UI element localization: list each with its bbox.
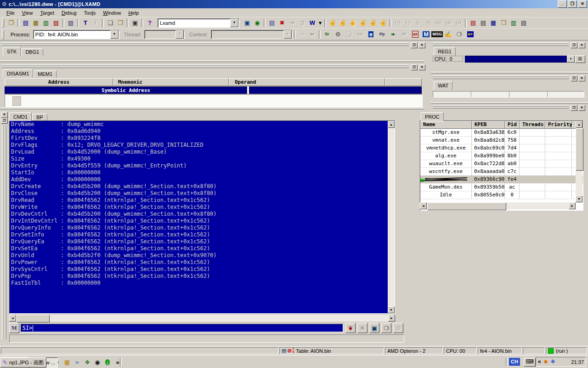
syser-prompt-icon[interactable]: s> (465, 30, 475, 39)
disasm-column-header[interactable]: Address (5, 78, 113, 86)
close-panel-button[interactable]: ✕ (418, 42, 425, 48)
detach-icon[interactable]: ➽ (307, 30, 317, 39)
command-set-combo[interactable]: Lxamd ▾ (158, 18, 239, 28)
module-list-icon[interactable]: ▦ (488, 18, 498, 28)
command-input[interactable]: SI> (21, 324, 343, 332)
cmd-tab[interactable]: BP (32, 114, 47, 121)
language-indicator[interactable]: CH (509, 358, 520, 366)
var-icon[interactable]: Var (355, 30, 365, 39)
scroll-up-icon[interactable]: ▲ (388, 121, 395, 128)
dock-panel-button[interactable]: ❐ (571, 105, 577, 111)
scroll-right-icon[interactable]: ► (388, 315, 395, 322)
task-paint[interactable]: ✎ np1.JPG - 画图 (0, 357, 46, 368)
load-font-icon[interactable]: T (80, 18, 90, 28)
stop-icon[interactable]: ✖ (277, 18, 287, 28)
toolbar-grip[interactable] (2, 18, 4, 28)
disasm-tab[interactable]: DISASM1 (3, 69, 33, 78)
disasm-column-header[interactable] (385, 78, 422, 86)
source-view-icon[interactable]: Sr (322, 30, 332, 39)
menu-item[interactable]: Debug (58, 9, 80, 17)
delete-table-icon[interactable]: ▧ (51, 18, 61, 28)
close-panel-button[interactable]: ✕ (418, 64, 425, 70)
register-view-icon[interactable]: ▤ (519, 18, 529, 28)
restore-button[interactable]: ❐ (568, 0, 577, 8)
media-icon[interactable]: ▦ (62, 357, 72, 367)
chevron-down-icon[interactable]: ▾ (567, 56, 575, 63)
open-table-icon[interactable]: ▦ (31, 18, 41, 28)
console-vscrollbar[interactable]: ▲ ▼ (388, 121, 395, 313)
disasm-body[interactable] (5, 94, 423, 107)
express-icon[interactable]: e (366, 30, 376, 39)
macro-button[interactable]: M (9, 323, 19, 333)
unload-font-icon[interactable]: Ŧ (90, 18, 101, 28)
dock-panel-button[interactable]: ❐ (1, 118, 8, 124)
scroll-thumb[interactable] (576, 128, 583, 171)
close-button[interactable]: ✕ (578, 0, 587, 8)
register-r-button[interactable]: R (575, 55, 585, 63)
pp-icon[interactable]: Pp (377, 30, 387, 39)
watch-window-icon[interactable]: W (307, 18, 317, 28)
panel-grip[interactable] (433, 107, 569, 109)
process-memory-icon[interactable]: ▣ (242, 18, 252, 28)
panel-grip[interactable] (433, 44, 569, 46)
paste-icon[interactable]: ❒ (115, 18, 125, 28)
panel-grip[interactable] (2, 66, 409, 68)
pause-hand-icon[interactable]: ✌ (338, 18, 348, 28)
minimize-button[interactable]: _ (558, 0, 567, 8)
new-table-icon[interactable]: ▤ (21, 18, 31, 28)
find-text-icon[interactable]: ❍ (381, 323, 391, 333)
watch-list-icon[interactable]: ▤ (478, 18, 488, 28)
panel-grip[interactable] (4, 125, 6, 339)
step-over-icon[interactable]: {-} (403, 18, 413, 28)
restart-icon[interactable]: ➲ (297, 18, 307, 28)
open-file-icon[interactable]: ❐ (6, 18, 16, 28)
menu-item[interactable]: Window (99, 9, 124, 17)
proc-column-header[interactable]: KPEB (472, 121, 505, 129)
save-table-icon[interactable]: ▥ (41, 18, 51, 28)
process-combo[interactable]: PID: fe4: AION.bin ▾ (33, 30, 119, 39)
step-into-icon[interactable]: {+} (393, 18, 403, 28)
dock-panel-button[interactable]: ❐ (571, 75, 577, 81)
register-selection-bar[interactable] (465, 56, 567, 63)
console-options-icon[interactable]: ⚙ (393, 323, 403, 333)
tray-qq-icon[interactable]: ☻ (543, 359, 549, 365)
chevron-down-icon[interactable]: ▾ (110, 30, 119, 39)
continue-icon[interactable]: ➜ (287, 18, 297, 28)
cmd-tab[interactable]: CMD1 (9, 112, 32, 121)
script-icon[interactable]: ▤ (267, 18, 277, 28)
help-icon[interactable]: ? (145, 18, 155, 28)
scroll-thumb[interactable] (17, 315, 50, 322)
clear-console-icon[interactable]: ✖ (357, 323, 368, 333)
scroll-thumb[interactable] (427, 202, 506, 210)
disasm-column-header[interactable]: Mnemonic (113, 78, 229, 86)
proc-row[interactable]: ▶▶▶ stMgr.exe 0x8a83a638 6c0 (420, 129, 583, 137)
proc-row[interactable]: ▶▶▶ vmnat.exe 0x8aa8d2c8 758 (420, 137, 583, 144)
proc-column-header[interactable]: Name (420, 121, 472, 129)
asm-step-over-icon[interactable]: {a} (443, 18, 453, 28)
disasm-tab[interactable]: MEM1 (34, 70, 57, 78)
dock-panel-button[interactable]: ❐ (411, 42, 418, 48)
freeze-hand-icon[interactable]: ✌ (348, 18, 358, 28)
proc-column-header[interactable]: Pid (505, 121, 520, 129)
proc-tab[interactable]: PROC (421, 112, 444, 121)
mouse-log-icon[interactable]: ✍ (443, 30, 453, 39)
glasses-icon[interactable]: 66 (399, 30, 409, 39)
chevron-down-icon[interactable]: ▾ (230, 19, 238, 27)
dock-panel-button[interactable]: ❐ (411, 64, 418, 70)
log-view-icon[interactable]: ❒ (498, 18, 509, 28)
breakpoint-list-icon[interactable]: ▤ (468, 18, 478, 28)
release-hand-icon[interactable]: ✌ (378, 18, 388, 28)
scroll-left-icon[interactable]: ◄ (9, 315, 16, 322)
block-hand-icon[interactable]: ✌ (358, 18, 368, 28)
proc-row[interactable]: ▶▶▶ wscntfy.exe 0x8aaaada0 c7c (420, 168, 583, 176)
step-out-icon[interactable]: {} (413, 18, 423, 28)
menu-item[interactable]: Help (124, 9, 142, 17)
tray-app-icon[interactable]: ❖ (550, 359, 555, 365)
record-icon[interactable]: ◉ (93, 357, 102, 367)
asm-step-out-icon[interactable]: {a} (453, 18, 464, 28)
proc-row[interactable]: ▶▶▶ vmnetdhcp.exe 0x8abc69c0 7d4 (420, 144, 583, 152)
proc-vscrollbar[interactable]: ▲ ▼ (576, 121, 582, 202)
panel-grip[interactable] (433, 77, 569, 79)
close-panel-button[interactable]: ✕ (578, 42, 585, 48)
run-hand-icon[interactable]: ✌ (328, 18, 338, 28)
